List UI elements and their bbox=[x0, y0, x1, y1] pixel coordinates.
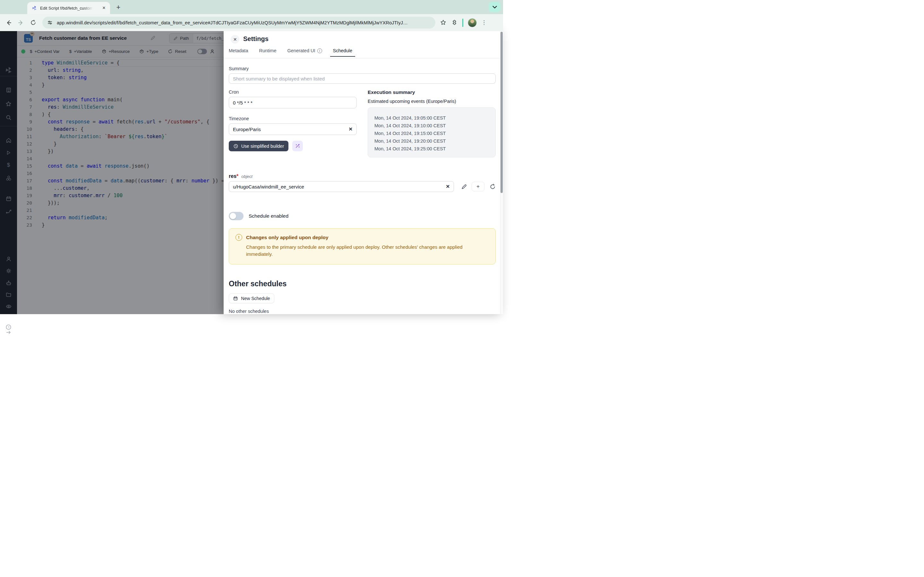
settings-drawer: ✕ Settings Metadata Runtime Generated UI… bbox=[224, 31, 503, 314]
ai-wand-button[interactable] bbox=[292, 141, 303, 151]
execution-events-box: Mon, 14 Oct 2024, 19:05:00 CESTMon, 14 O… bbox=[368, 107, 496, 157]
timezone-label: Timezone bbox=[229, 116, 357, 121]
warning-title: Changes only applied upon deploy bbox=[246, 235, 328, 240]
new-schedule-button[interactable]: New Schedule bbox=[229, 293, 274, 303]
resource-input[interactable]: u/HugoCasa/windmill_ee_service ✕ bbox=[229, 181, 454, 192]
cron-input[interactable]: 0 */5 * * * bbox=[229, 97, 357, 108]
app-window: $ ? TS bbox=[0, 31, 503, 314]
deploy-warning-banner: ! Changes only applied upon deploy Chang… bbox=[229, 228, 496, 264]
tab-strip: Edit Script f/bd/fetch_custom ✕ + bbox=[0, 0, 503, 14]
windmill-favicon bbox=[32, 5, 37, 11]
drawer-title: Settings bbox=[243, 35, 268, 43]
scrollbar-thumb[interactable] bbox=[501, 32, 503, 193]
required-marker: * bbox=[236, 173, 238, 179]
settings-tabs: Metadata Runtime Generated UI i Schedule bbox=[224, 48, 503, 58]
tab-runtime[interactable]: Runtime bbox=[259, 48, 276, 57]
tab-metadata[interactable]: Metadata bbox=[229, 48, 248, 57]
new-tab-icon[interactable]: + bbox=[114, 3, 123, 12]
tab-search-chevron-icon[interactable] bbox=[489, 2, 501, 12]
summary-label: Summary bbox=[229, 66, 496, 71]
calendar-icon bbox=[233, 296, 238, 301]
summary-input[interactable]: Short summary to be displayed when liste… bbox=[229, 73, 496, 84]
edit-resource-pencil-icon[interactable] bbox=[461, 184, 467, 190]
execution-summary-subtitle: Estimated upcoming events (Europe/Paris) bbox=[368, 99, 496, 104]
profile-avatar[interactable] bbox=[468, 18, 477, 27]
url-text: app.windmill.dev/scripts/edit/f/bd/fetch… bbox=[57, 20, 408, 25]
clock-icon bbox=[233, 143, 238, 149]
resource-value: u/HugoCasa/windmill_ee_service bbox=[233, 184, 304, 189]
cron-value: 0 */5 * * * bbox=[233, 100, 252, 105]
warning-icon: ! bbox=[236, 234, 242, 241]
execution-event: Mon, 14 Oct 2024, 19:15:00 CEST bbox=[375, 129, 495, 137]
magic-wand-icon bbox=[295, 143, 300, 149]
summary-placeholder: Short summary to be displayed when liste… bbox=[233, 76, 325, 81]
resource-arg-name: res* bbox=[229, 173, 238, 179]
execution-event: Mon, 14 Oct 2024, 19:25:00 CEST bbox=[375, 145, 495, 153]
schedule-enabled-toggle[interactable] bbox=[229, 212, 244, 220]
execution-event: Mon, 14 Oct 2024, 19:05:00 CEST bbox=[375, 114, 495, 122]
execution-event: Mon, 14 Oct 2024, 19:20:00 CEST bbox=[375, 137, 495, 145]
tab-title: Edit Script f/bd/fetch_custom bbox=[40, 6, 93, 11]
timezone-input[interactable]: Europe/Paris ✕ bbox=[229, 123, 357, 135]
back-icon[interactable] bbox=[3, 19, 15, 26]
no-other-schedules-text: No other schedules bbox=[229, 309, 496, 314]
drawer-header: ✕ Settings bbox=[224, 31, 503, 48]
close-icon[interactable]: ✕ bbox=[231, 35, 239, 44]
schedule-enabled-label: Schedule enabled bbox=[249, 213, 288, 219]
browser-toolbar: app.windmill.dev/scripts/edit/f/bd/fetch… bbox=[0, 14, 503, 31]
tab-close-icon[interactable]: ✕ bbox=[101, 5, 107, 11]
info-icon: i bbox=[317, 48, 322, 53]
tab-schedule[interactable]: Schedule bbox=[333, 48, 352, 57]
warning-body: Changes to the primary schedule are only… bbox=[246, 243, 485, 258]
clear-resource-icon[interactable]: ✕ bbox=[446, 184, 450, 189]
add-resource-plus-button[interactable]: + bbox=[472, 182, 485, 191]
resource-arg-type: object bbox=[241, 174, 252, 179]
profile-sync-indicator bbox=[462, 19, 463, 27]
forward-icon[interactable] bbox=[15, 19, 27, 26]
extensions-puzzle-icon[interactable] bbox=[451, 19, 458, 26]
site-info-icon[interactable] bbox=[47, 19, 53, 26]
simplified-builder-button[interactable]: Use simplified builder bbox=[229, 141, 288, 151]
cron-label: Cron bbox=[229, 89, 357, 95]
refresh-resource-icon[interactable] bbox=[489, 184, 496, 190]
execution-event: Mon, 14 Oct 2024, 19:10:00 CEST bbox=[375, 122, 495, 129]
execution-summary-title: Execution summary bbox=[368, 89, 496, 95]
reload-icon[interactable] bbox=[27, 19, 39, 26]
menu-dots-icon[interactable]: ⋮ bbox=[481, 19, 487, 26]
schedule-panel: Summary Short summary to be displayed wh… bbox=[224, 58, 503, 314]
other-schedules-title: Other schedules bbox=[229, 279, 496, 288]
browser-tab[interactable]: Edit Script f/bd/fetch_custom ✕ bbox=[27, 2, 110, 14]
url-bar[interactable]: app.windmill.dev/scripts/edit/f/bd/fetch… bbox=[42, 17, 435, 29]
tab-generated-ui[interactable]: Generated UI i bbox=[287, 48, 322, 57]
browser-chrome: Edit Script f/bd/fetch_custom ✕ + app.wi… bbox=[0, 0, 503, 31]
drawer-scrollbar[interactable] bbox=[500, 31, 503, 314]
bookmark-star-icon[interactable] bbox=[440, 19, 447, 26]
timezone-value: Europe/Paris bbox=[233, 127, 261, 132]
clear-timezone-icon[interactable]: ✕ bbox=[349, 126, 352, 132]
